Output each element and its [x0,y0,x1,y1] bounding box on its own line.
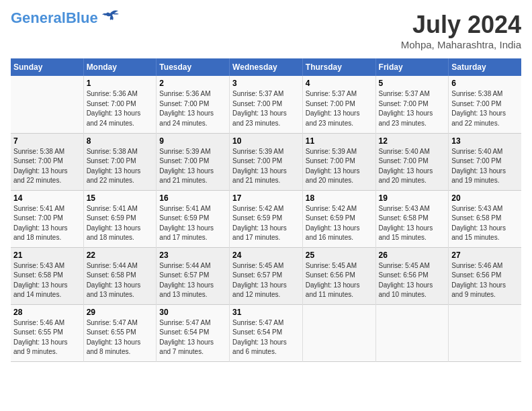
week-row-2: 7Sunrise: 5:38 AMSunset: 7:00 PMDaylight… [11,133,521,190]
day-number: 6 [451,79,519,88]
logo-text: GeneralBlue [11,11,98,26]
day-number: 4 [306,79,373,88]
day-info: Sunrise: 5:43 AMSunset: 6:58 PMDaylight:… [451,204,519,243]
day-number: 16 [159,193,226,203]
day-cell: 12Sunrise: 5:40 AMSunset: 7:00 PMDayligh… [375,133,449,190]
page-header: GeneralBlue July 2024 Mohpa, Maharashtra… [11,11,521,50]
day-number: 27 [451,250,519,260]
day-number: 24 [232,250,300,260]
logo: GeneralBlue [11,11,120,26]
day-cell: 25Sunrise: 5:45 AMSunset: 6:56 PMDayligh… [302,247,375,304]
day-info: Sunrise: 5:39 AMSunset: 7:00 PMDaylight:… [306,147,373,186]
day-number: 11 [306,136,373,146]
day-cell: 10Sunrise: 5:39 AMSunset: 7:00 PMDayligh… [230,133,303,190]
day-number: 29 [87,308,154,317]
day-info: Sunrise: 5:41 AMSunset: 7:00 PMDaylight:… [13,204,81,243]
day-number: 22 [87,250,154,260]
day-number: 10 [232,136,300,146]
day-info: Sunrise: 5:39 AMSunset: 7:00 PMDaylight:… [159,147,226,186]
day-info: Sunrise: 5:42 AMSunset: 6:59 PMDaylight:… [232,204,300,243]
day-cell: 15Sunrise: 5:41 AMSunset: 6:59 PMDayligh… [83,190,157,247]
day-info: Sunrise: 5:47 AMSunset: 6:54 PMDaylight:… [232,318,300,357]
day-cell: 16Sunrise: 5:41 AMSunset: 6:59 PMDayligh… [157,190,230,247]
day-cell: 31Sunrise: 5:47 AMSunset: 6:54 PMDayligh… [230,304,303,361]
day-number: 7 [13,136,81,146]
day-cell: 4Sunrise: 5:37 AMSunset: 7:00 PMDaylight… [302,76,375,133]
day-info: Sunrise: 5:46 AMSunset: 6:56 PMDaylight:… [451,261,519,300]
header-saturday: Saturday [449,58,521,76]
title-block: July 2024 Mohpa, Maharashtra, India [401,11,521,50]
day-info: Sunrise: 5:41 AMSunset: 6:59 PMDaylight:… [87,204,154,243]
day-number: 15 [87,193,154,203]
day-cell: 13Sunrise: 5:40 AMSunset: 7:00 PMDayligh… [449,133,521,190]
day-info: Sunrise: 5:47 AMSunset: 6:54 PMDaylight:… [159,318,226,357]
location: Mohpa, Maharashtra, India [401,39,521,50]
day-info: Sunrise: 5:42 AMSunset: 6:59 PMDaylight:… [306,204,373,243]
header-thursday: Thursday [302,58,375,76]
day-cell: 22Sunrise: 5:44 AMSunset: 6:58 PMDayligh… [83,247,157,304]
day-info: Sunrise: 5:43 AMSunset: 6:58 PMDaylight:… [379,204,446,243]
day-info: Sunrise: 5:38 AMSunset: 7:00 PMDaylight:… [87,147,154,186]
day-info: Sunrise: 5:39 AMSunset: 7:00 PMDaylight:… [232,147,300,186]
day-info: Sunrise: 5:40 AMSunset: 7:00 PMDaylight:… [379,147,446,186]
day-number: 21 [13,250,81,260]
day-cell: 14Sunrise: 5:41 AMSunset: 7:00 PMDayligh… [11,190,83,247]
day-info: Sunrise: 5:37 AMSunset: 7:00 PMDaylight:… [232,89,300,128]
day-number: 19 [379,193,446,203]
day-cell: 6Sunrise: 5:38 AMSunset: 7:00 PMDaylight… [449,76,521,133]
week-row-3: 14Sunrise: 5:41 AMSunset: 7:00 PMDayligh… [11,190,521,247]
day-info: Sunrise: 5:45 AMSunset: 6:56 PMDaylight:… [306,261,373,300]
day-cell: 1Sunrise: 5:36 AMSunset: 7:00 PMDaylight… [83,76,157,133]
day-number: 5 [379,79,446,88]
day-number: 31 [232,308,300,317]
day-cell [449,304,521,361]
day-number: 17 [232,193,300,203]
day-cell: 8Sunrise: 5:38 AMSunset: 7:00 PMDaylight… [83,133,157,190]
day-cell: 5Sunrise: 5:37 AMSunset: 7:00 PMDaylight… [375,76,449,133]
day-info: Sunrise: 5:45 AMSunset: 6:56 PMDaylight:… [379,261,446,300]
day-info: Sunrise: 5:38 AMSunset: 7:00 PMDaylight:… [451,89,519,128]
day-info: Sunrise: 5:44 AMSunset: 6:57 PMDaylight:… [159,261,226,300]
header-friday: Friday [375,58,449,76]
day-cell: 2Sunrise: 5:36 AMSunset: 7:00 PMDaylight… [157,76,230,133]
day-number: 3 [232,79,300,88]
header-monday: Monday [83,58,157,76]
day-info: Sunrise: 5:41 AMSunset: 6:59 PMDaylight:… [159,204,226,243]
day-number: 8 [87,136,154,146]
day-cell [11,76,83,133]
day-number: 26 [379,250,446,260]
header-wednesday: Wednesday [230,58,303,76]
day-cell [375,304,449,361]
day-cell: 19Sunrise: 5:43 AMSunset: 6:58 PMDayligh… [375,190,449,247]
day-cell: 23Sunrise: 5:44 AMSunset: 6:57 PMDayligh… [157,247,230,304]
day-info: Sunrise: 5:38 AMSunset: 7:00 PMDaylight:… [13,147,81,186]
day-number: 9 [159,136,226,146]
calendar-table: SundayMondayTuesdayWednesdayThursdayFrid… [11,58,521,362]
day-cell: 29Sunrise: 5:47 AMSunset: 6:55 PMDayligh… [83,304,157,361]
day-info: Sunrise: 5:40 AMSunset: 7:00 PMDaylight:… [451,147,519,186]
day-cell: 17Sunrise: 5:42 AMSunset: 6:59 PMDayligh… [230,190,303,247]
day-number: 14 [13,193,81,203]
day-number: 25 [306,250,373,260]
day-cell: 28Sunrise: 5:46 AMSunset: 6:55 PMDayligh… [11,304,83,361]
header-sunday: Sunday [11,58,83,76]
day-cell: 20Sunrise: 5:43 AMSunset: 6:58 PMDayligh… [449,190,521,247]
day-info: Sunrise: 5:36 AMSunset: 7:00 PMDaylight:… [159,89,226,128]
month-year: July 2024 [401,11,521,39]
day-cell: 27Sunrise: 5:46 AMSunset: 6:56 PMDayligh… [449,247,521,304]
week-row-4: 21Sunrise: 5:43 AMSunset: 6:58 PMDayligh… [11,247,521,304]
day-info: Sunrise: 5:43 AMSunset: 6:58 PMDaylight:… [13,261,81,300]
day-info: Sunrise: 5:45 AMSunset: 6:57 PMDaylight:… [232,261,300,300]
calendar-header-row: SundayMondayTuesdayWednesdayThursdayFrid… [11,58,521,76]
header-tuesday: Tuesday [157,58,230,76]
day-info: Sunrise: 5:37 AMSunset: 7:00 PMDaylight:… [379,89,446,128]
day-cell: 24Sunrise: 5:45 AMSunset: 6:57 PMDayligh… [230,247,303,304]
day-cell: 11Sunrise: 5:39 AMSunset: 7:00 PMDayligh… [302,133,375,190]
day-number: 20 [451,193,519,203]
day-number: 30 [159,308,226,317]
day-cell: 30Sunrise: 5:47 AMSunset: 6:54 PMDayligh… [157,304,230,361]
day-cell: 21Sunrise: 5:43 AMSunset: 6:58 PMDayligh… [11,247,83,304]
day-cell [302,304,375,361]
day-cell: 3Sunrise: 5:37 AMSunset: 7:00 PMDaylight… [230,76,303,133]
day-number: 2 [159,79,226,88]
